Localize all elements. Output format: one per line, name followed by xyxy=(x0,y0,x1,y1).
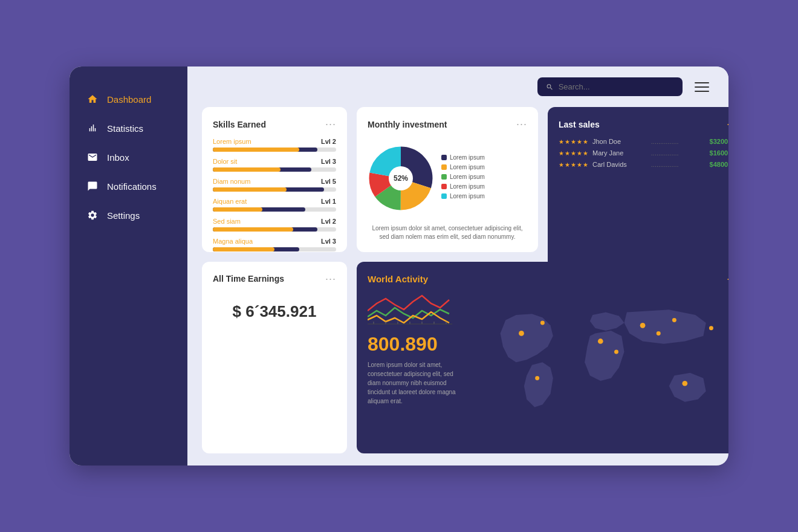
last-sales-card: Last sales ··· ★★★★★ Jhon Doe ..........… xyxy=(548,107,728,276)
skill-row: Magna aliqua Lvl 3 xyxy=(213,238,336,251)
world-more[interactable]: ··· xyxy=(727,273,728,285)
legend-label: Lorem ipsum xyxy=(450,174,485,180)
sales-amount: $4800 xyxy=(710,161,728,168)
skill-level: Lvl 3 xyxy=(321,238,336,245)
skill-name: Lorem ipsum xyxy=(213,138,251,145)
legend-label: Lorem ipsum xyxy=(450,154,485,161)
skill-row: Dolor sit Lvl 3 xyxy=(213,158,336,172)
svg-point-23 xyxy=(657,331,661,336)
skill-bar-orange xyxy=(213,207,262,212)
investment-description: Lorem ipsum dolor sit amet, consectetuer… xyxy=(368,224,527,241)
world-desc: Lorem ipsum dolor sit amet, consectetuer… xyxy=(368,360,464,406)
skill-bar-bg xyxy=(213,247,336,251)
svg-point-16 xyxy=(540,320,545,325)
stars: ★★★★★ xyxy=(559,138,589,145)
sidebar-item-dashboard[interactable]: Dashboard xyxy=(70,85,187,114)
sidebar-item-statistics[interactable]: Statistics xyxy=(70,114,187,143)
pie-legend: Lorem ipsumLorem ipsumLorem ipsumLorem i… xyxy=(441,154,485,203)
skills-list: Lorem ipsum Lvl 2 Dolor sit Lvl 3 Diam n… xyxy=(213,138,336,252)
content-area: Skills Earned ··· Lorem ipsum Lvl 2 Dolo… xyxy=(187,66,728,465)
skills-card-title: Skills Earned xyxy=(213,120,266,129)
sales-dots: ............... xyxy=(651,161,706,168)
menu-button[interactable] xyxy=(692,80,712,94)
hamburger-line xyxy=(695,82,709,83)
wave-lines-svg xyxy=(368,293,452,326)
gear-icon xyxy=(86,209,99,221)
sidebar-label-settings: Settings xyxy=(107,210,140,221)
world-activity-card: World Activity ··· xyxy=(357,262,728,453)
world-map-area xyxy=(474,293,728,443)
legend-item: Lorem ipsum xyxy=(441,164,485,170)
search-icon xyxy=(546,83,554,91)
sidebar-item-notifications[interactable]: Notifications xyxy=(70,172,187,201)
sidebar-item-settings[interactable]: Settings xyxy=(70,201,187,230)
legend-dot xyxy=(441,193,447,199)
skill-level: Lvl 3 xyxy=(321,158,336,165)
chat-icon xyxy=(86,180,99,192)
investment-card-title: Monthly investment xyxy=(368,120,447,129)
sidebar-item-inbox[interactable]: Inbox xyxy=(70,143,187,172)
main-container: Dashboard Statistics Inbox Notifications xyxy=(70,66,728,465)
pie-container: 52% Lorem ipsumLorem ipsumLorem ipsumLor… xyxy=(368,138,527,219)
skill-bar-bg xyxy=(213,207,336,212)
stars: ★★★★★ xyxy=(559,150,589,157)
investment-more-button[interactable]: ··· xyxy=(516,118,527,131)
sidebar-label-dashboard: Dashboard xyxy=(107,94,151,105)
skill-level: Lvl 5 xyxy=(321,178,336,185)
sales-dots: ............... xyxy=(651,138,706,145)
sales-dots: ............... xyxy=(651,149,706,157)
legend-item: Lorem ipsum xyxy=(441,174,485,180)
earnings-more[interactable]: ··· xyxy=(325,273,336,285)
world-content: 800.890 Lorem ipsum dolor sit amet, cons… xyxy=(368,293,728,443)
skill-bar-orange xyxy=(213,167,281,172)
skill-name: Dolor sit xyxy=(213,158,237,165)
earnings-card: All Time Earnings ··· $ 6´345.921 xyxy=(202,262,347,453)
pie-chart: 52% xyxy=(368,145,434,212)
skill-name: Sed siam xyxy=(213,218,241,225)
skill-level: Lvl 2 xyxy=(321,138,336,145)
svg-point-19 xyxy=(640,323,646,328)
sales-row: ★★★★★ Mary Jane ............... $1600 ▲ xyxy=(559,149,728,157)
skill-bar-bg xyxy=(213,167,336,172)
sidebar-label-notifications: Notifications xyxy=(107,181,157,192)
skill-bar-bg xyxy=(213,148,336,152)
skill-name: Diam nonum xyxy=(213,178,250,185)
skill-bar-orange xyxy=(213,187,287,192)
search-input[interactable] xyxy=(559,82,674,91)
skills-more-button[interactable]: ··· xyxy=(325,118,336,131)
hamburger-line xyxy=(695,91,709,92)
legend-label: Lorem ipsum xyxy=(450,183,485,190)
skill-level: Lvl 2 xyxy=(321,218,336,225)
skills-card-header: Skills Earned ··· xyxy=(213,118,336,131)
world-card-title: World Activity xyxy=(368,274,428,284)
svg-point-20 xyxy=(672,318,676,322)
search-bar[interactable] xyxy=(537,77,683,96)
skill-level: Lvl 1 xyxy=(321,198,336,205)
skill-bar-bg xyxy=(213,227,336,232)
skill-bar-bg xyxy=(213,187,336,192)
legend-dot xyxy=(441,164,447,170)
world-left: 800.890 Lorem ipsum dolor sit amet, cons… xyxy=(368,293,464,443)
investment-card-header: Monthly investment ··· xyxy=(368,118,527,131)
skill-name: Magna aliqua xyxy=(213,238,253,245)
skill-row: Lorem ipsum Lvl 2 xyxy=(213,138,336,152)
sidebar-label-inbox: Inbox xyxy=(107,152,129,163)
skills-card: Skills Earned ··· Lorem ipsum Lvl 2 Dolo… xyxy=(202,107,347,252)
svg-text:52%: 52% xyxy=(394,174,408,183)
world-number: 800.890 xyxy=(368,333,464,355)
skill-name: Aiquan erat xyxy=(213,198,247,205)
svg-point-17 xyxy=(598,339,603,344)
svg-point-15 xyxy=(519,331,524,336)
sales-row: ★★★★★ Carl Davids ............... $4800 … xyxy=(559,161,728,168)
earnings-header: All Time Earnings ··· xyxy=(213,273,336,285)
inbox-icon xyxy=(86,151,99,163)
investment-card: Monthly investment ··· 52% xyxy=(357,107,538,252)
legend-label: Lorem ipsum xyxy=(450,164,485,170)
last-sales-header: Last sales ··· xyxy=(559,118,728,131)
sales-row: ★★★★★ Jhon Doe ............... $3200 ▲ xyxy=(559,138,728,145)
svg-point-21 xyxy=(682,381,687,386)
last-sales-more[interactable]: ··· xyxy=(727,118,728,131)
sales-amount: $3200 xyxy=(710,138,728,145)
sales-list: ★★★★★ Jhon Doe ............... $3200 ▲ ★… xyxy=(559,138,728,172)
svg-point-22 xyxy=(535,376,539,380)
